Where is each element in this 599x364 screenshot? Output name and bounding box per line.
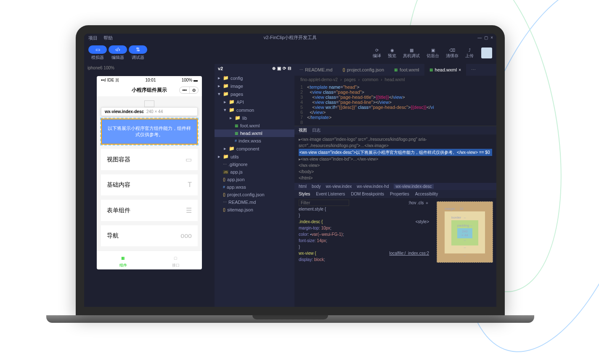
devtools-subtab[interactable]: Accessibility [415, 192, 438, 196]
simulator-panel: iphone6 100% ••ıl IDE ᯼ 10:01 100% ▬ 小程序… [84, 64, 215, 307]
maximize-icon[interactable]: ▢ [484, 35, 488, 40]
devtab-view[interactable]: 视图 [299, 127, 307, 133]
minimize-icon[interactable]: — [477, 35, 482, 40]
editor-label: 编辑器 [109, 55, 127, 61]
file-tree-item[interactable]: ▾📁common [215, 106, 294, 114]
breadcrumb-item[interactable]: head.wxml [385, 77, 405, 82]
file-tree-item[interactable]: JSapp.js [215, 168, 294, 176]
menu-item[interactable]: 视图容器▭ [101, 149, 198, 170]
element-crumb[interactable]: body [312, 184, 321, 189]
simulator-label: 模拟器 [88, 55, 107, 61]
simulator-toggle[interactable]: ▭ [88, 45, 107, 54]
file-tree-item[interactable]: ▸📁utils [215, 153, 294, 161]
file-tree-item[interactable]: #app.wxss [215, 183, 294, 191]
styles-pane[interactable]: :hov .cls ＋ element.style { } .index-des… [294, 198, 433, 266]
hov-cls-toggle[interactable]: :hov .cls ＋ [408, 200, 429, 206]
box-model: margin 10 border – padding – 240 × 44 – … [433, 198, 496, 266]
element-crumb[interactable]: wx-view.index [326, 184, 352, 189]
capsule-button[interactable]: •••⊙ [179, 87, 199, 94]
window-title: v2-FinClip小程序开发工具 [264, 34, 317, 41]
project-name: v2 [218, 66, 223, 71]
filter-input[interactable] [299, 200, 349, 206]
menu-help[interactable]: 帮助 [103, 35, 113, 41]
status-battery: 100% ▬ [182, 78, 198, 82]
close-icon[interactable]: × [490, 35, 493, 40]
preview-action[interactable]: ◉预览 [388, 47, 396, 59]
highlighted-element[interactable]: 以下将展示小程序官方组件能力，组件样式仅供参考。 [101, 119, 198, 145]
file-tree-item[interactable]: ▸📁component [215, 145, 294, 153]
editor-tab[interactable]: ▦foot.wxml [389, 64, 424, 76]
debugger-toggle[interactable]: ⇅ [129, 45, 147, 54]
device-info[interactable]: iphone6 100% [84, 64, 215, 72]
file-tree-item[interactable]: {}project.config.json [215, 191, 294, 198]
breadcrumb-item[interactable]: fino-applet-demo-v2 [300, 77, 338, 82]
editor-panel: ⋯README.md{}project.config.json▦foot.wxm… [294, 64, 496, 307]
status-signal: ••ıl IDE ᯼ [101, 78, 119, 82]
editor-tabs: ⋯README.md{}project.config.json▦foot.wxm… [294, 64, 496, 76]
file-tree-item[interactable]: {}sitemap.json [215, 206, 294, 214]
breadcrumb-item[interactable]: common [362, 77, 378, 82]
menu-project[interactable]: 项目 [88, 35, 98, 41]
menu-item[interactable]: 导航ooo [101, 225, 198, 246]
editor-tab[interactable]: ▦head.wxml× [424, 64, 466, 76]
devtools-subtabs: StylesEvent ListenersDOM BreakpointsProp… [294, 190, 496, 198]
tab-component[interactable]: ▦组件 [97, 251, 149, 269]
editor-tab[interactable]: ⋯README.md [294, 64, 337, 76]
file-tree-item[interactable]: ▦foot.wxml [215, 122, 294, 129]
toolbar: ▭ ‹/› ⇅ 模拟器 编辑器 调试器 ⟳编译 ◉预览 ▦真机调试 ▣切后台 ⌫… [84, 42, 496, 64]
editor-toggle[interactable]: ‹/› [109, 45, 127, 54]
inspect-tooltip: wx-view.index-desc240 × 44 [101, 107, 198, 116]
element-breadcrumb[interactable]: htmlbodywx-view.indexwx-view.index-hdwx-… [294, 183, 496, 190]
breadcrumb: fino-applet-demo-v2›pages›common›head.wx… [294, 76, 496, 84]
file-tree-item[interactable]: {}app.json [215, 176, 294, 183]
menu-bar: 项目 帮助 v2-FinClip小程序开发工具 — ▢ × [84, 34, 496, 42]
devtools-subtab[interactable]: Event Listeners [316, 192, 345, 196]
devtools-subtab[interactable]: Properties [390, 192, 409, 196]
refresh-icon[interactable]: ⟳ [283, 66, 286, 71]
file-tree-item[interactable]: ▸📁config [215, 74, 294, 82]
new-file-icon[interactable]: ⊕ [272, 66, 276, 71]
user-avatar[interactable] [481, 47, 492, 58]
clear-cache-action[interactable]: ⌫清缓存 [446, 47, 459, 59]
devtools-subtab[interactable]: DOM Breakpoints [351, 192, 384, 196]
new-folder-icon[interactable]: ▣ [277, 66, 281, 71]
code-editor[interactable]: 1<template name="head">2 <view class="pa… [294, 84, 496, 126]
tab-overflow-icon[interactable]: ⋯ [466, 64, 481, 76]
breadcrumb-item[interactable]: pages [344, 77, 355, 82]
debugger-label: 调试器 [129, 55, 147, 61]
devtools-panel: 视图 日志 ▸<wx-image class="index-logo" src=… [294, 126, 496, 260]
tab-api[interactable]: ▢接口 [149, 251, 202, 269]
file-tree-item[interactable]: ▸📁lib [215, 114, 294, 122]
phone-simulator: ••ıl IDE ᯼ 10:01 100% ▬ 小程序组件展示 •••⊙ wx-… [97, 76, 202, 269]
file-tree-item[interactable]: #index.wxss [215, 137, 294, 145]
compile-action[interactable]: ⟳编译 [373, 47, 381, 59]
background-action[interactable]: ▣切后台 [427, 47, 439, 59]
status-time: 10:01 [145, 78, 156, 82]
element-crumb[interactable]: wx-view.index-desc [394, 184, 433, 189]
upload-action[interactable]: ⤴上传 [465, 47, 474, 59]
menu-item[interactable]: 表单组件☰ [101, 200, 198, 221]
devtools-subtab[interactable]: Styles [299, 192, 310, 196]
editor-tab[interactable]: {}project.config.json [337, 64, 389, 76]
file-tree-item[interactable]: ▸📁image [215, 82, 294, 90]
app-title: 小程序组件展示 [132, 87, 167, 94]
file-tree-item[interactable]: ⋯.gitignore [215, 161, 294, 168]
laptop-frame: 项目 帮助 v2-FinClip小程序开发工具 — ▢ × ▭ ‹/› ⇅ [67, 25, 513, 332]
ide-window: 项目 帮助 v2-FinClip小程序开发工具 — ▢ × ▭ ‹/› ⇅ [84, 34, 496, 307]
element-crumb[interactable]: wx-view.index-hd [357, 184, 389, 189]
file-tree-item[interactable]: ▾📁pages [215, 90, 294, 98]
element-crumb[interactable]: html [299, 184, 307, 189]
elements-view[interactable]: ▸<wx-image class="index-logo" src="../re… [294, 135, 496, 183]
file-tree-item[interactable]: ▸📁API [215, 98, 294, 106]
file-tree-item[interactable]: ⋯README.md [215, 198, 294, 206]
collapse-icon[interactable]: ⊟ [288, 66, 291, 71]
devtab-log[interactable]: 日志 [312, 127, 321, 133]
file-tree-item[interactable]: ▦head.wxml [215, 129, 294, 137]
remote-debug-action[interactable]: ▦真机调试 [403, 47, 420, 59]
file-explorer: v2 ⊕ ▣ ⟳ ⊟ ▸📁config▸📁image▾📁pages▸📁API▾📁… [215, 64, 294, 307]
menu-item[interactable]: 基础内容T [101, 174, 198, 195]
